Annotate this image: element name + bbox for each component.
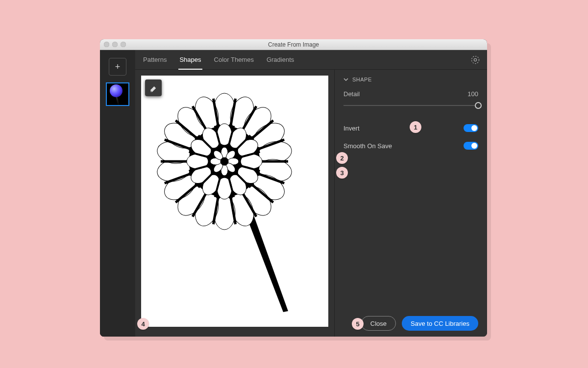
close-dot[interactable] (104, 42, 109, 47)
preview-toggle-button[interactable] (470, 50, 480, 69)
shape-sidebar: SHAPE Detail 100 Invert (334, 70, 487, 337)
tab-label: Shapes (179, 56, 201, 63)
eraser-tool-button[interactable] (145, 79, 162, 96)
button-label: Save to CC Libraries (411, 320, 469, 327)
detail-label: Detail (343, 90, 360, 98)
tab-shapes[interactable]: Shapes (178, 50, 202, 69)
flower-shape (141, 76, 328, 327)
window-title: Create From Image (268, 41, 319, 48)
callout-4: 4 (137, 318, 149, 330)
smooth-label: Smooth On Save (343, 142, 392, 150)
svg-point-1 (474, 58, 476, 61)
source-thumbnail[interactable] (106, 82, 129, 106)
minimize-dot[interactable] (112, 42, 118, 47)
invert-label: Invert (343, 125, 360, 132)
tab-label: Gradients (267, 56, 294, 63)
preview-area (135, 70, 334, 337)
svg-point-73 (220, 158, 228, 165)
plus-icon: + (115, 62, 121, 72)
callout-2: 2 (336, 152, 348, 164)
source-strip: + (100, 50, 135, 337)
shape-preview-canvas[interactable] (141, 76, 328, 327)
close-button[interactable]: Close (361, 316, 396, 331)
invert-toggle[interactable] (464, 124, 478, 132)
dialog-window: Create From Image + Patterns Shapes Colo… (100, 39, 487, 337)
smooth-toggle[interactable] (464, 142, 478, 150)
callout-3: 3 (336, 167, 348, 179)
add-image-button[interactable]: + (109, 58, 126, 76)
eraser-icon (149, 83, 158, 92)
chevron-down-icon (343, 77, 348, 82)
tab-label: Patterns (143, 56, 167, 63)
callout-1: 1 (410, 121, 421, 133)
section-header-shape[interactable]: SHAPE (343, 77, 478, 82)
tab-color-themes[interactable]: Color Themes (213, 50, 255, 69)
detail-value: 100 (467, 90, 478, 98)
button-label: Close (370, 320, 387, 327)
callout-5: 5 (352, 318, 364, 330)
tab-patterns[interactable]: Patterns (142, 50, 168, 69)
window-controls[interactable] (104, 42, 126, 47)
save-to-cc-libraries-button[interactable]: Save to CC Libraries (402, 316, 478, 331)
zoom-dot[interactable] (121, 42, 126, 47)
tab-gradients[interactable]: Gradients (266, 50, 295, 69)
svg-point-0 (472, 56, 479, 63)
tab-label: Color Themes (214, 56, 254, 63)
slider-knob[interactable] (475, 102, 482, 109)
section-title: SHAPE (352, 77, 372, 82)
tabs: Patterns Shapes Color Themes Gradients (135, 50, 487, 70)
detail-slider[interactable] (343, 101, 478, 110)
preview-icon (470, 55, 480, 65)
titlebar: Create From Image (100, 39, 487, 50)
